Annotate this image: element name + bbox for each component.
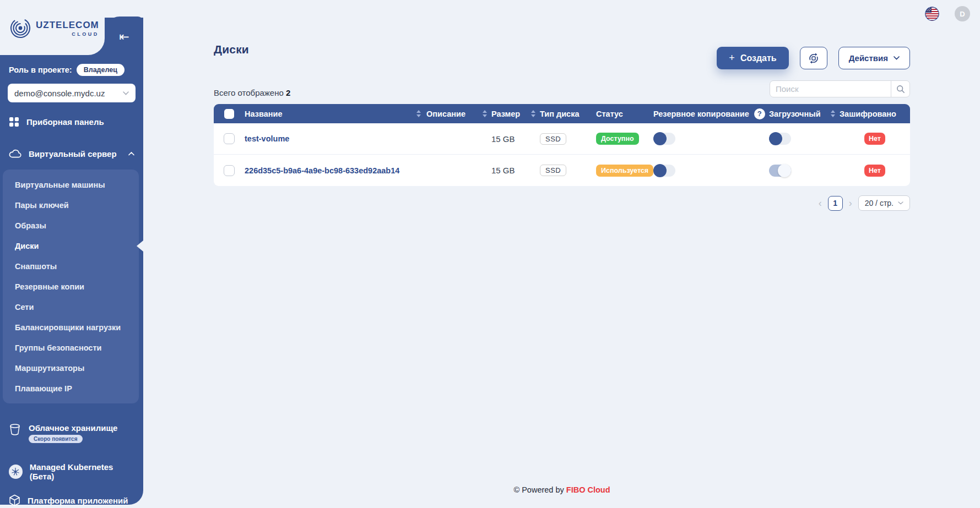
disk-size: 15 GB <box>491 166 515 175</box>
sidebar-item-disks[interactable]: Диски <box>3 236 139 256</box>
header-actions: + Создать Действия <box>717 47 910 69</box>
kubernetes-icon <box>9 465 23 479</box>
sidebar-item-security-groups[interactable]: Группы безопасности <box>3 337 139 358</box>
cube-icon <box>9 494 20 506</box>
page-size-value: 20 / стр. <box>865 199 894 207</box>
plus-icon: + <box>729 52 735 64</box>
table-row: 226d35c5-b9a6-4a9e-bc98-633ed92aab14 15 … <box>214 155 910 186</box>
row-checkbox[interactable] <box>224 133 235 144</box>
chevron-down-icon <box>898 201 903 205</box>
total-shown-text: Всего отображено 2 <box>214 88 290 97</box>
sidebar-collapse-icon[interactable]: ⇤ <box>119 31 129 43</box>
sidebar-item-app-platform[interactable]: Платформа приложений <box>0 488 143 508</box>
kubernetes-label: Managed Kubernetes (Бета) <box>30 462 134 481</box>
footer-brand-link[interactable]: FIBO Cloud <box>566 485 610 494</box>
sort-control-bootable[interactable] <box>831 110 835 117</box>
sidebar-item-key-pairs[interactable]: Пары ключей <box>3 195 139 215</box>
sidebar-collapse-area: ⇤ <box>105 17 143 57</box>
create-button[interactable]: + Создать <box>717 47 788 69</box>
disks-table: Название Описание Размер Тип диска Стату… <box>214 104 910 186</box>
disk-name-link[interactable]: 226d35c5-b9a6-4a9e-bc98-633ed92aab14 <box>245 166 399 175</box>
encrypted-badge: Нет <box>864 165 885 177</box>
project-select-value: demo@console.mydc.uz <box>14 89 105 98</box>
pagination: ‹ 1 › 20 / стр. <box>214 195 910 211</box>
submenu-label: Плавающие IP <box>15 384 72 393</box>
sidebar-item-kubernetes[interactable]: Managed Kubernetes (Бета) <box>0 460 143 484</box>
disk-name-link[interactable]: test-volume <box>245 134 289 143</box>
active-item-notch <box>137 241 143 252</box>
submenu-label: Диски <box>15 242 39 250</box>
main-content: Диски + Создать Действия <box>214 43 910 211</box>
column-header-status: Статус <box>596 110 623 118</box>
sidebar-item-snapshots[interactable]: Снапшоты <box>3 256 139 276</box>
sidebar: ⇤ UZTELECOM CLOUD Роль в проекте: Владел… <box>0 0 143 505</box>
pagination-page-1[interactable]: 1 <box>828 196 843 211</box>
submenu-label: Сети <box>15 303 34 312</box>
submenu-label: Резервные копии <box>15 282 84 291</box>
project-select[interactable]: demo@console.mydc.uz <box>8 84 136 102</box>
backup-help-icon[interactable]: ? <box>754 108 765 119</box>
chevron-down-icon <box>894 56 900 60</box>
actions-button-label: Действия <box>849 53 888 63</box>
pagination-next-button[interactable]: › <box>848 198 853 208</box>
submenu-label: Группы безопасности <box>15 343 101 352</box>
row-checkbox[interactable] <box>224 165 235 176</box>
column-header-name: Название <box>245 110 282 118</box>
sidebar-item-floating-ip[interactable]: Плавающие IP <box>3 378 139 398</box>
search-input[interactable] <box>770 81 891 97</box>
table-meta-row: Всего отображено 2 <box>214 80 910 97</box>
sidebar-item-networks[interactable]: Сети <box>3 297 139 317</box>
topbar: D <box>925 6 970 21</box>
virtual-server-submenu: Виртуальные машины Пары ключей Образы Ди… <box>3 170 139 403</box>
column-header-bootable: Загрузочный <box>769 110 821 118</box>
select-all-checkbox[interactable] <box>224 109 234 119</box>
role-badge: Владелец <box>77 64 124 76</box>
project-role-row: Роль в проекте: Владелец <box>0 57 143 76</box>
submenu-label: Виртуальные машины <box>15 181 105 189</box>
table-header-row: Название Описание Размер Тип диска Стату… <box>214 104 910 123</box>
search-button[interactable] <box>891 81 909 97</box>
footer-text: © Powered by <box>513 485 566 494</box>
actions-dropdown-button[interactable]: Действия <box>838 47 910 69</box>
bootable-toggle[interactable] <box>769 133 791 145</box>
app-platform-label: Платформа приложений <box>28 496 128 505</box>
sidebar-item-dashboard[interactable]: Приборная панель <box>0 109 143 134</box>
cloud-icon <box>9 149 21 158</box>
status-badge: Доступно <box>596 133 639 145</box>
backup-toggle[interactable] <box>653 133 675 145</box>
submenu-label: Маршрутизаторы <box>15 364 84 373</box>
sort-control-name[interactable] <box>416 110 421 117</box>
column-header-description: Описание <box>426 110 465 118</box>
auto-refresh-button[interactable] <box>800 47 827 69</box>
submenu-label: Образы <box>15 221 46 230</box>
column-header-encrypted: Зашифровано <box>840 110 896 118</box>
logo-waves-icon <box>9 17 32 40</box>
sidebar-item-cloud-storage[interactable]: Облачное хранилище Скоро появится <box>0 423 143 443</box>
bootable-toggle[interactable] <box>769 165 791 177</box>
column-header-size: Размер <box>491 110 520 118</box>
pagination-prev-button[interactable]: ‹ <box>817 198 823 208</box>
sidebar-item-backups[interactable]: Резервные копии <box>3 276 139 297</box>
sidebar-item-images[interactable]: Образы <box>3 215 139 236</box>
language-flag-icon[interactable] <box>925 7 939 21</box>
backup-toggle[interactable] <box>653 165 675 177</box>
page-size-select[interactable]: 20 / стр. <box>858 195 910 211</box>
column-header-backup: Резервное копирование <box>653 110 749 118</box>
sort-control-description[interactable] <box>483 110 487 117</box>
sidebar-group-virtual-server[interactable]: Виртуальный сервер <box>0 141 143 166</box>
bucket-icon <box>9 423 21 436</box>
user-avatar[interactable]: D <box>955 6 970 21</box>
search-box <box>770 80 910 97</box>
status-badge: Используется <box>596 165 653 177</box>
sidebar-item-virtual-machines[interactable]: Виртуальные машины <box>3 174 139 195</box>
sort-control-size[interactable] <box>531 110 535 117</box>
disk-type-tag: SSD <box>540 133 566 145</box>
sidebar-item-load-balancers[interactable]: Балансировщики нагрузки <box>3 317 139 337</box>
chevron-up-icon <box>128 152 134 156</box>
role-label: Роль в проекте: <box>9 65 72 74</box>
refresh-icon <box>807 52 820 65</box>
table-row: test-volume 15 GB SSD Доступно Нет <box>214 123 910 155</box>
column-header-disk-type: Тип диска <box>540 110 580 118</box>
search-icon <box>896 85 905 94</box>
sidebar-item-routers[interactable]: Маршрутизаторы <box>3 358 139 378</box>
